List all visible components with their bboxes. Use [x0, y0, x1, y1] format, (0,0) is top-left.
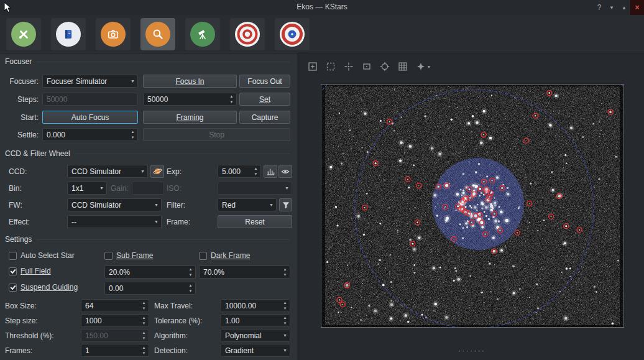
exposure-spinbox[interactable]: ▲▼ — [218, 165, 261, 178]
dark-frame-checkbox[interactable]: Dark Frame — [199, 251, 250, 260]
star-icon — [416, 62, 426, 72]
guide-settle-spinbox[interactable]: ▲▼ — [104, 282, 196, 295]
set-button[interactable]: Set — [239, 93, 290, 106]
zoom-fit-button[interactable] — [305, 59, 320, 74]
spin-up-icon[interactable]: ▲ — [251, 165, 260, 172]
step-size-spinbox[interactable]: ▲▼ — [81, 314, 149, 327]
spin-arrows: ▲▼ — [186, 282, 195, 294]
frames-input[interactable] — [81, 344, 149, 356]
framing-button[interactable]: Framing — [143, 111, 237, 124]
chevron-down-icon: ▼ — [267, 203, 276, 207]
chevron-up-icon[interactable]: ▲ — [618, 1, 630, 14]
spin-arrows: ▲▼ — [186, 266, 195, 278]
binning-select[interactable]: 1x1 ▼ — [67, 182, 107, 195]
tab-setup[interactable] — [6, 18, 41, 50]
guide-settle-input[interactable] — [105, 282, 195, 294]
spin-arrows: ▲▼ — [128, 129, 137, 141]
tolerance-spinbox[interactable]: ▲▼ — [221, 314, 290, 327]
live-view-button[interactable] — [278, 165, 292, 178]
focus-in-button[interactable]: Focus In — [143, 75, 237, 88]
spin-up-icon[interactable]: ▲ — [280, 315, 290, 321]
steps-target-input[interactable] — [144, 93, 236, 105]
full-field-checkbox[interactable]: Full Field — [9, 267, 51, 275]
spin-down-icon[interactable]: ▼ — [280, 272, 290, 279]
funnel-icon — [282, 201, 290, 209]
max-travel-input[interactable] — [221, 300, 290, 312]
steps-target-spinbox[interactable]: ▲▼ — [143, 93, 237, 106]
subframe-button[interactable] — [359, 59, 374, 74]
box-size-spinbox[interactable]: ▲▼ — [81, 299, 149, 312]
filter-wheel-select[interactable]: CCD Simulator ▼ — [67, 198, 162, 211]
settle-input[interactable] — [43, 129, 137, 141]
capture-button[interactable]: Capture — [239, 111, 290, 124]
histogram-button[interactable] — [264, 165, 277, 178]
tolerance-input[interactable] — [221, 315, 290, 326]
focuser-label: Focuser: — [0, 77, 39, 86]
mouse-cursor — [4, 2, 12, 15]
filter-select[interactable]: Red ▼ — [218, 198, 277, 211]
spin-up-icon[interactable]: ▲ — [186, 266, 195, 272]
threshold-input — [81, 330, 149, 341]
auto-select-star-checkbox[interactable]: Auto Select Star — [9, 251, 75, 260]
zoom-selection-button[interactable] — [323, 59, 338, 74]
box-size-input[interactable] — [81, 300, 149, 312]
reset-frame-button[interactable]: Reset — [218, 215, 292, 228]
suspend-guiding-checkbox[interactable]: Suspend Guiding — [9, 283, 78, 292]
effect-select[interactable]: -- ▼ — [67, 215, 162, 228]
spin-down-icon[interactable]: ▼ — [186, 272, 195, 279]
spin-down-icon[interactable]: ▼ — [251, 172, 260, 178]
outer-ring-spinbox[interactable]: ▲▼ — [199, 265, 290, 279]
algorithm-select[interactable]: Polynomial ▼ — [221, 329, 290, 342]
spin-down-icon[interactable]: ▼ — [227, 99, 236, 106]
tab-guide[interactable] — [230, 18, 265, 50]
starfield-canvas[interactable] — [321, 85, 623, 327]
device-options-button[interactable] — [150, 165, 164, 178]
pixel-grid-button[interactable] — [395, 59, 410, 74]
spin-up-icon[interactable]: ▲ — [139, 300, 149, 306]
spin-arrows: ▲▼ — [280, 300, 290, 312]
help-button[interactable]: ? — [593, 1, 605, 14]
spin-up-icon[interactable]: ▲ — [280, 300, 290, 306]
spin-up-icon[interactable]: ▲ — [139, 315, 149, 321]
focuser-select[interactable]: Focuser Simulator ▼ — [42, 75, 138, 88]
spin-down-icon[interactable]: ▼ — [280, 306, 290, 312]
inner-ring-input[interactable] — [105, 266, 195, 278]
tab-mount[interactable] — [185, 18, 220, 50]
inner-ring-spinbox[interactable]: ▲▼ — [104, 265, 196, 279]
tab-align[interactable] — [275, 18, 310, 50]
filter-settings-button[interactable] — [279, 198, 292, 211]
chevron-down-icon: ▼ — [282, 186, 292, 190]
center-target-button[interactable] — [377, 59, 392, 74]
spin-up-icon[interactable]: ▲ — [186, 282, 195, 288]
splitter-handle[interactable]: ······· — [321, 346, 623, 355]
ccd-select[interactable]: CCD Simulator ▼ — [67, 165, 148, 178]
settle-spinbox[interactable]: ▲▼ — [42, 128, 138, 141]
spin-down-icon[interactable]: ▼ — [186, 288, 195, 295]
mark-stars-button[interactable]: ▼ — [413, 59, 433, 74]
spin-up-icon[interactable]: ▲ — [128, 129, 137, 135]
chevron-down-icon[interactable]: ▼ — [605, 1, 618, 14]
auto-focus-button[interactable]: Auto Focus — [42, 111, 138, 124]
tab-focus[interactable] — [140, 18, 175, 50]
frames-spinbox[interactable]: ▲▼ — [81, 344, 149, 357]
zoom-fit-icon — [308, 62, 318, 72]
spin-down-icon[interactable]: ▼ — [139, 351, 149, 357]
detection-select[interactable]: Gradient ▼ — [221, 344, 290, 357]
spin-down-icon[interactable]: ▼ — [280, 321, 290, 327]
outer-ring-input[interactable] — [200, 266, 290, 278]
spin-up-icon[interactable]: ▲ — [280, 266, 290, 272]
crosshair-button[interactable] — [341, 59, 356, 74]
checkbox-box — [9, 267, 17, 275]
spin-up-icon[interactable]: ▲ — [227, 93, 236, 99]
tab-capture[interactable] — [96, 18, 131, 50]
focus-out-button[interactable]: Focus Out — [239, 75, 290, 88]
tab-scheduler[interactable] — [51, 18, 86, 50]
spin-down-icon[interactable]: ▼ — [139, 321, 149, 327]
max-travel-spinbox[interactable]: ▲▼ — [221, 299, 290, 312]
spin-up-icon[interactable]: ▲ — [139, 344, 149, 351]
close-button[interactable]: × — [630, 0, 644, 15]
step-size-input[interactable] — [81, 315, 149, 326]
spin-down-icon[interactable]: ▼ — [139, 306, 149, 312]
spin-down-icon[interactable]: ▼ — [128, 135, 137, 141]
sub-frame-checkbox[interactable]: Sub Frame — [104, 251, 153, 260]
